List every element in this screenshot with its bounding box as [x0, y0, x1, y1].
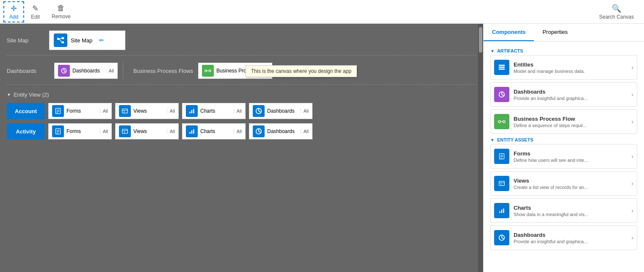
asset-all-btn[interactable]: All [167, 108, 175, 114]
artifacts-section-header[interactable]: ▼ ARTIFACTS [490, 48, 637, 53]
search-canvas-button[interactable]: 🔍 Search Canvas [592, 2, 641, 22]
dashboards-row: Dashboards Dashboards All Business Proce… [7, 62, 476, 85]
svg-rect-13 [122, 109, 128, 113]
asset-name: Charts [200, 128, 229, 134]
entity-btn-account[interactable]: Account [7, 103, 45, 119]
asset-card-views[interactable]: ViewsAll [115, 123, 179, 139]
ea-chevron-icon: › [631, 153, 633, 160]
dashboards-all-btn[interactable]: All [106, 68, 114, 73]
asset-all-btn[interactable]: All [167, 129, 175, 134]
canvas-scrollbar[interactable] [478, 24, 483, 272]
ea-desc: Define how users will see and inte... [514, 158, 631, 163]
asset-card-charts[interactable]: ChartsAll [182, 123, 246, 139]
asset-card-forms[interactable]: FormsAll [48, 103, 112, 119]
svg-rect-1 [62, 37, 64, 39]
ea-info: FormsDefine how users will see and inte.… [514, 150, 631, 163]
comp-info: EntitiesModel and manage business data. [514, 61, 631, 74]
asset-card-dashboards[interactable]: DashboardsAll [249, 123, 312, 139]
remove-button[interactable]: 🗑 Remove [47, 2, 76, 21]
ea-item-dashboards[interactable]: DashboardsProvide an insightful and grap… [490, 225, 637, 250]
tab-components[interactable]: Components [484, 24, 534, 41]
asset-card-charts[interactable]: ChartsAll [182, 103, 246, 119]
ea-desc: Provide an insightful and graphica... [514, 239, 631, 244]
comp-desc: Define a sequence of steps requir... [514, 123, 631, 128]
svg-point-36 [503, 120, 505, 122]
asset-card-forms[interactable]: FormsAll [48, 123, 112, 139]
comp-chevron-icon: › [631, 118, 633, 125]
svg-rect-46 [501, 210, 502, 213]
forms-ea-icon [494, 149, 509, 164]
component-item-dashboards[interactable]: DashboardsProvide an insightful and grap… [490, 82, 637, 107]
svg-point-6 [205, 70, 207, 72]
svg-point-35 [498, 120, 500, 122]
dashboards-card-name: Dashboards [72, 68, 102, 74]
ea-name: Views [514, 178, 631, 184]
entity-view-chevron: ▼ [7, 92, 11, 97]
edit-button[interactable]: ✎ Edit [26, 2, 45, 22]
canvas-scrollbar-thumb [479, 27, 482, 53]
entity-view-label: Entity View (2) [14, 92, 49, 98]
ea-name: Dashboards [514, 232, 631, 238]
main-layout: This is the canvas where you design the … [0, 24, 644, 272]
entity-btn-activity[interactable]: Activity [7, 123, 45, 139]
asset-name: Views [133, 128, 163, 134]
asset-all-btn[interactable]: All [301, 108, 309, 114]
ea-item-charts[interactable]: ChartsShow data in a meaningful and vis.… [490, 198, 637, 223]
svg-rect-47 [503, 208, 504, 213]
asset-all-btn[interactable]: All [100, 129, 108, 134]
ea-item-forms[interactable]: FormsDefine how users will see and inte.… [490, 144, 637, 169]
ea-item-views[interactable]: ViewsCreate a list view of records for a… [490, 171, 637, 196]
add-icon: ✛ [11, 4, 17, 13]
asset-all-btn[interactable]: All [301, 129, 309, 134]
comp-name: Dashboards [514, 89, 631, 95]
entity-row: AccountFormsAllViewsAllChartsAllDashboar… [7, 103, 476, 119]
asset-card-dashboards[interactable]: DashboardsAll [249, 103, 312, 119]
add-button[interactable]: ✛ Add [3, 1, 24, 22]
site-map-row: Site Map Site Map ✏ [7, 31, 476, 56]
remove-label: Remove [52, 14, 71, 19]
svg-rect-31 [499, 65, 505, 66]
asset-all-btn[interactable]: All [234, 108, 242, 114]
charts-ea-icon [494, 203, 509, 218]
entity-assets-container: FormsDefine how users will see and inte.… [490, 144, 637, 250]
toolbar: ✛ Add ✎ Edit 🗑 Remove 🔍 Search Canvas [0, 0, 644, 24]
site-map-icon [54, 33, 67, 47]
tab-properties[interactable]: Properties [534, 24, 576, 41]
edit-pencil-icon[interactable]: ✏ [99, 37, 104, 44]
ea-desc: Show data in a meaningful and vis... [514, 212, 631, 217]
bpf-comp-icon [494, 114, 509, 129]
svg-rect-24 [122, 129, 128, 133]
svg-rect-2 [62, 42, 64, 44]
svg-rect-42 [499, 181, 505, 186]
entity-assets-chevron: ▼ [490, 138, 495, 142]
asset-name: Forms [66, 128, 96, 134]
component-item-entities[interactable]: EntitiesModel and manage business data.› [490, 55, 637, 80]
entity-view-header[interactable]: ▼ Entity View (2) [7, 92, 476, 98]
asset-all-btn[interactable]: All [100, 108, 108, 114]
charts-icon [186, 105, 198, 117]
comp-chevron-icon: › [631, 64, 633, 71]
asset-card-views[interactable]: ViewsAll [115, 103, 179, 119]
edit-label: Edit [31, 14, 40, 20]
comp-chevron-icon: › [631, 91, 633, 98]
entity-assets-section-header[interactable]: ▼ ENTITY ASSETS [490, 137, 637, 142]
site-map-card[interactable]: Site Map ✏ [49, 31, 125, 50]
svg-line-3 [59, 38, 61, 39]
svg-rect-16 [189, 112, 190, 114]
canvas-area: This is the canvas where you design the … [0, 24, 483, 272]
asset-all-btn[interactable]: All [234, 129, 242, 134]
bpf-divider [123, 62, 123, 79]
artifacts-container: EntitiesModel and manage business data.›… [490, 55, 637, 134]
edit-icon: ✎ [32, 4, 39, 13]
add-label: Add [9, 14, 18, 20]
component-item-business-process-flow[interactable]: Business Process FlowDefine a sequence o… [490, 109, 637, 134]
forms-icon [52, 125, 64, 137]
svg-rect-0 [57, 38, 59, 40]
comp-info: Business Process FlowDefine a sequence o… [514, 116, 631, 128]
bpf-row-label: Business Process Flows [133, 68, 193, 74]
svg-point-7 [209, 70, 211, 72]
dashboards-card[interactable]: Dashboards All [54, 63, 118, 79]
site-map-card-label: Site Map [71, 37, 92, 44]
svg-rect-18 [193, 109, 194, 113]
asset-name: Charts [200, 108, 229, 114]
